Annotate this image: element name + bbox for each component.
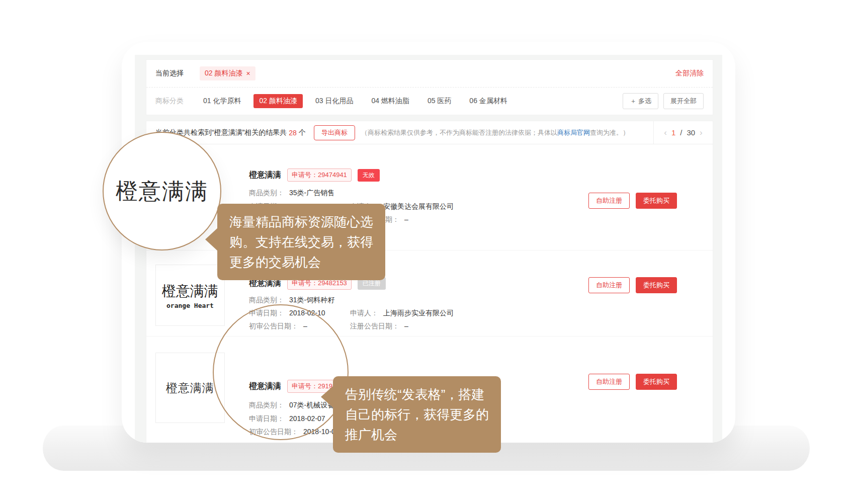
trademark-name: 橙意满满 [249,170,281,181]
magnified-trademark-text: 橙意满满 [116,177,208,206]
callout-tail-icon [205,227,218,251]
page-separator: / [680,128,682,137]
trademark-image-cn: 橙意满满 [162,282,218,301]
callout-line: 海量精品商标资源随心选 [229,212,373,232]
field-line: 商品类别：35类-广告销售 [249,189,334,198]
field-value: 35类-广告销售 [289,189,334,197]
trademark-image-en: orange Heart [166,302,214,309]
results-header: 当前分类共检索到“橙意满满”相关的结果共 28 个 导出商标 （商标检索结果仅供… [146,121,713,144]
field-line: 商品类别：31类-饲料种籽 [249,296,334,305]
field-pair: 申请人：上海雨步实业有限公司 [350,309,454,318]
application-number-tag: 申请号：29474941 [287,169,352,182]
current-selection-bar: 当前选择 02 颜料油漆 × 全部清除 [146,60,713,88]
results-unit: 个 [299,128,306,137]
results-count: 28 [289,129,297,137]
category-item[interactable]: 03 日化用品 [310,94,359,108]
callout-bubble-trade: 海量精品商标资源随心选 购。支持在线交易，获得 更多的交易机会 [217,204,385,280]
selected-filter-tag-text: 02 颜料油漆 [205,69,242,78]
disclaimer-prefix: （商标检索结果仅供参考，不作为商标能否注册的法律依据；具体以 [361,129,557,136]
callout-line: 购。支持在线交易，获得 [229,232,373,252]
category-item-selected[interactable]: 02 颜料油漆 [253,94,302,108]
trademark-image-cn: 橙意满满 [166,380,214,396]
page: 当前选择 02 颜料油漆 × 全部清除 商标分类 01 化学原料 02 颜料油漆… [0,0,853,504]
field-label: 注册公告日期： [350,322,399,330]
current-selection-label: 当前选择 [155,69,184,78]
multi-select-button[interactable]: ＋ 多选 [623,93,658,109]
results-summary: 当前分类共检索到“橙意满满”相关的结果共 28 个 导出商标 （商标检索结果仅供… [146,121,653,144]
expand-all-button[interactable]: 展开全部 [663,93,704,109]
trademark-image: 橙意满满 orange Heart [155,265,225,326]
category-bar: 商标分类 01 化学原料 02 颜料油漆 03 日化用品 04 燃料油脂 05 … [146,88,713,115]
field-value: 上海雨步实业有限公司 [383,309,454,317]
clear-all-button[interactable]: 全部清除 [675,69,704,78]
category-item[interactable]: 04 燃料油脂 [366,94,414,108]
disclaimer-note: （商标检索结果仅供参考，不作为商标能否注册的法律依据；具体以商标局官网查询为准。… [361,128,629,137]
callout-line: 推广机会 [345,425,489,445]
self-register-button[interactable]: 自助注册 [588,193,630,209]
pagination: ‹ 1 / 30 › [653,121,713,144]
callout-line: 告别传统“发表格”，搭建 [345,384,489,404]
callout-line: 更多的交易机会 [229,252,373,272]
field-label: 商品类别： [249,189,284,197]
self-register-button[interactable]: 自助注册 [588,374,630,390]
category-actions: ＋ 多选 展开全部 [623,93,704,109]
field-value: 安徽美达会展有限公司 [383,202,454,210]
row-actions: 自助注册 委托购买 [588,374,677,390]
entrust-buy-button[interactable]: 委托购买 [636,277,677,293]
close-icon[interactable]: × [246,69,250,77]
row-actions: 自助注册 委托购买 [588,277,677,293]
next-page-icon[interactable]: › [700,128,703,138]
category-item[interactable]: 05 医药 [422,94,457,108]
callout-line: 自己的标行，获得更多的 [345,404,489,425]
highlight-circle [213,304,349,440]
category-item[interactable]: 01 化学原料 [198,94,246,108]
category-item[interactable]: 06 金属材料 [464,94,513,108]
field-value: 31类-饲料种籽 [289,296,334,304]
filter-panel: 当前选择 02 颜料油漆 × 全部清除 商标分类 01 化学原料 02 颜料油漆… [146,59,713,115]
total-pages: 30 [687,128,695,137]
self-register-button[interactable]: 自助注册 [588,277,630,293]
callout-bubble-promo: 告别传统“发表格”，搭建 自己的标行，获得更多的 推广机会 [333,376,501,453]
export-trademark-button[interactable]: 导出商标 [314,125,355,140]
entrust-buy-button[interactable]: 委托购买 [636,193,677,209]
current-page: 1 [671,128,675,137]
row-actions: 自助注册 委托购买 [588,193,677,209]
field-value: – [404,322,408,330]
disclaimer-suffix: 查询为准。） [590,129,629,136]
prev-page-icon[interactable]: ‹ [664,128,667,138]
entrust-buy-button[interactable]: 委托购买 [636,374,677,390]
row-title: 橙意满满 申请号：29474941 无效 [249,169,380,182]
category-bar-label: 商标分类 [155,97,184,106]
status-badge: 无效 [358,169,380,182]
field-label: 商品类别： [249,296,284,304]
field-label: 申请人： [350,309,378,317]
magnifier-circle: 橙意满满 [103,132,221,250]
selected-filter-tag[interactable]: 02 颜料油漆 × [200,66,255,80]
field-pair: 注册公告日期：– [350,322,408,331]
trademark-office-link[interactable]: 商标局官网 [557,129,590,136]
callout-tail-icon [321,385,334,408]
field-value: – [404,215,408,223]
